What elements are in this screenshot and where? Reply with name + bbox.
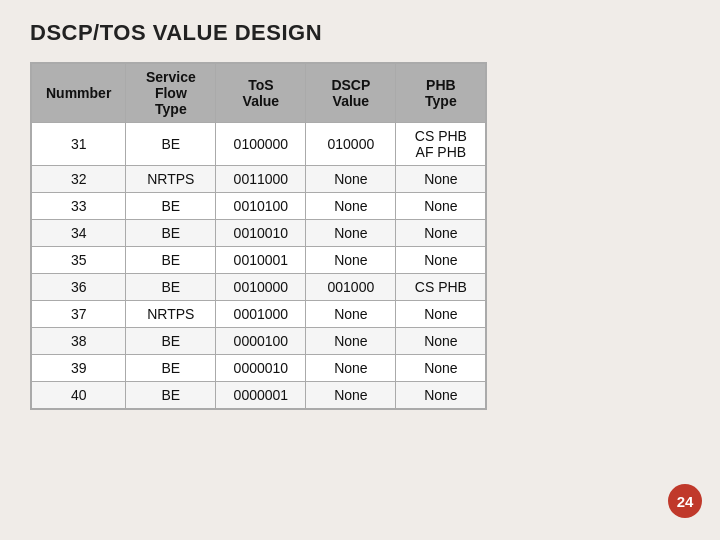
table-cell: 0000001 bbox=[216, 382, 306, 409]
table-row: 31BE0100000010000CS PHBAF PHB bbox=[32, 123, 486, 166]
table-cell: 0000100 bbox=[216, 328, 306, 355]
col-header-service: ServiceFlowType bbox=[126, 64, 216, 123]
table-row: 40BE0000001NoneNone bbox=[32, 382, 486, 409]
table-cell: 0010010 bbox=[216, 220, 306, 247]
table-cell: 34 bbox=[32, 220, 126, 247]
col-header-tos: ToSValue bbox=[216, 64, 306, 123]
table-cell: None bbox=[306, 328, 396, 355]
table-cell: None bbox=[306, 301, 396, 328]
page-number-badge: 24 bbox=[668, 484, 702, 518]
table-cell: 38 bbox=[32, 328, 126, 355]
table-row: 33BE0010100NoneNone bbox=[32, 193, 486, 220]
table-cell: 40 bbox=[32, 382, 126, 409]
table-cell: BE bbox=[126, 274, 216, 301]
table-cell: BE bbox=[126, 328, 216, 355]
col-header-dscp: DSCPValue bbox=[306, 64, 396, 123]
table-cell: None bbox=[306, 382, 396, 409]
table-cell: NRTPS bbox=[126, 166, 216, 193]
dscp-table: Nummber ServiceFlowType ToSValue DSCPVal… bbox=[31, 63, 486, 409]
table-cell: 35 bbox=[32, 247, 126, 274]
table-cell: BE bbox=[126, 247, 216, 274]
table-cell: 37 bbox=[32, 301, 126, 328]
table-cell: 32 bbox=[32, 166, 126, 193]
col-header-number: Nummber bbox=[32, 64, 126, 123]
table-cell: CS PHBAF PHB bbox=[396, 123, 486, 166]
page-title: DSCP/TOS VALUE DESIGN bbox=[30, 20, 690, 46]
table-row: 37NRTPS0001000NoneNone bbox=[32, 301, 486, 328]
table-cell: None bbox=[396, 301, 486, 328]
table-cell: None bbox=[396, 382, 486, 409]
table-cell: None bbox=[306, 247, 396, 274]
table-cell: 33 bbox=[32, 193, 126, 220]
table-cell: None bbox=[396, 355, 486, 382]
table-cell: None bbox=[306, 166, 396, 193]
table-cell: BE bbox=[126, 123, 216, 166]
table-cell: 31 bbox=[32, 123, 126, 166]
table-cell: None bbox=[396, 220, 486, 247]
table-cell: None bbox=[396, 328, 486, 355]
table-cell: 0001000 bbox=[216, 301, 306, 328]
table-cell: 0010000 bbox=[216, 274, 306, 301]
table-row: 34BE0010010NoneNone bbox=[32, 220, 486, 247]
table-cell: None bbox=[396, 193, 486, 220]
table-cell: 0010001 bbox=[216, 247, 306, 274]
table-wrapper: Nummber ServiceFlowType ToSValue DSCPVal… bbox=[30, 62, 487, 410]
table-row: 35BE0010001NoneNone bbox=[32, 247, 486, 274]
table-cell: 0011000 bbox=[216, 166, 306, 193]
table-row: 39BE0000010NoneNone bbox=[32, 355, 486, 382]
table-cell: None bbox=[396, 247, 486, 274]
table-cell: BE bbox=[126, 355, 216, 382]
table-row: 32NRTPS0011000NoneNone bbox=[32, 166, 486, 193]
table-cell: 010000 bbox=[306, 123, 396, 166]
table-cell: None bbox=[306, 220, 396, 247]
table-cell: None bbox=[306, 193, 396, 220]
table-cell: NRTPS bbox=[126, 301, 216, 328]
table-cell: 0010100 bbox=[216, 193, 306, 220]
table-cell: 001000 bbox=[306, 274, 396, 301]
table-cell: 0100000 bbox=[216, 123, 306, 166]
table-cell: 0000010 bbox=[216, 355, 306, 382]
table-cell: None bbox=[306, 355, 396, 382]
table-row: 38BE0000100NoneNone bbox=[32, 328, 486, 355]
table-cell: 36 bbox=[32, 274, 126, 301]
table-cell: 39 bbox=[32, 355, 126, 382]
table-cell: CS PHB bbox=[396, 274, 486, 301]
table-cell: BE bbox=[126, 382, 216, 409]
col-header-phb: PHBType bbox=[396, 64, 486, 123]
table-row: 36BE0010000001000CS PHB bbox=[32, 274, 486, 301]
table-cell: BE bbox=[126, 193, 216, 220]
table-cell: BE bbox=[126, 220, 216, 247]
page: DSCP/TOS VALUE DESIGN Nummber ServiceFlo… bbox=[0, 0, 720, 540]
table-cell: None bbox=[396, 166, 486, 193]
